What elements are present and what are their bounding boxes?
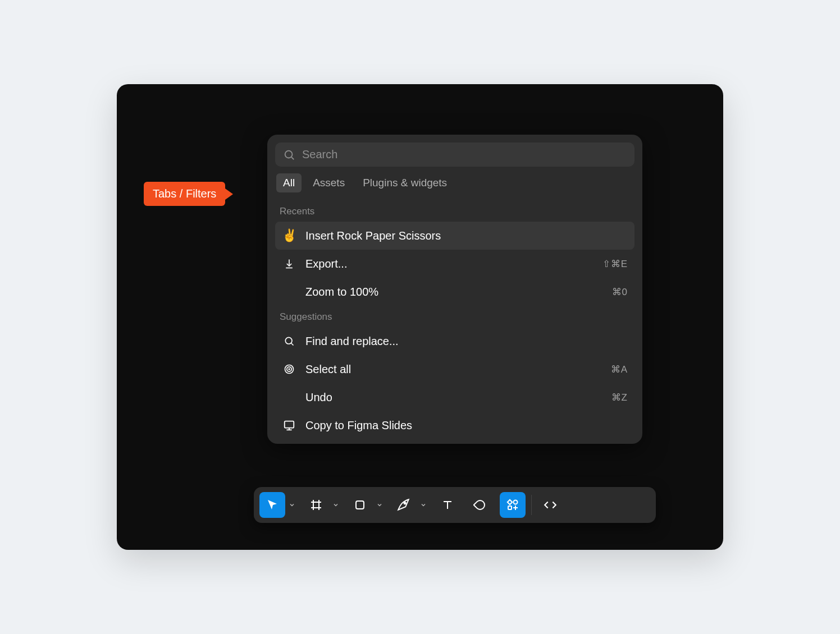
svg-rect-20 xyxy=(508,506,512,509)
victory-emoji: ✌️ xyxy=(282,228,296,243)
target-icon xyxy=(282,362,296,376)
svg-rect-7 xyxy=(285,421,294,428)
search-input[interactable] xyxy=(302,148,627,161)
svg-rect-18 xyxy=(508,500,512,504)
callout-tabs-filters: Tabs / Filters xyxy=(144,182,225,206)
search-row[interactable] xyxy=(275,143,634,167)
chevron-down-icon xyxy=(421,502,426,508)
move-tool-caret[interactable] xyxy=(287,492,296,518)
pen-tool-caret[interactable] xyxy=(419,492,428,518)
recent-item-rock-paper-scissors[interactable]: ✌️ Insert Rock Paper Scissors xyxy=(275,222,634,250)
svg-point-15 xyxy=(404,502,406,504)
item-label: Copy to Figma Slides xyxy=(305,419,619,432)
item-shortcut: ⌘Z xyxy=(611,392,628,403)
actions-tool[interactable] xyxy=(500,492,526,518)
item-label: Find and replace... xyxy=(305,335,619,348)
export-icon xyxy=(282,256,296,271)
suggestion-item-find-replace[interactable]: Find and replace... xyxy=(275,327,634,355)
item-label: Select all xyxy=(305,363,602,376)
callout-label: Tabs / Filters xyxy=(153,187,216,200)
move-tool[interactable] xyxy=(259,492,285,518)
slides-icon xyxy=(282,418,296,433)
recent-item-export[interactable]: Export... ⇧⌘E xyxy=(275,250,634,278)
section-title-suggestions: Suggestions xyxy=(275,306,634,327)
svg-line-1 xyxy=(291,157,294,159)
comment-tool[interactable] xyxy=(467,492,493,518)
section-title-recents: Recents xyxy=(275,200,634,222)
text-tool[interactable] xyxy=(435,492,460,518)
tabs-row: All Assets Plugins & widgets xyxy=(275,173,634,200)
chevron-down-icon xyxy=(333,502,339,508)
chevron-down-icon xyxy=(289,502,295,508)
suggestion-item-undo[interactable]: Undo ⌘Z xyxy=(275,383,634,411)
svg-line-3 xyxy=(291,343,294,346)
app-canvas: Tabs / Filters All Assets Plugins & widg… xyxy=(117,84,723,550)
chevron-down-icon xyxy=(377,502,382,508)
tab-all[interactable]: All xyxy=(276,173,302,192)
suggestion-item-select-all[interactable]: Select all ⌘A xyxy=(275,355,634,383)
svg-point-2 xyxy=(285,337,292,344)
empty-icon xyxy=(282,390,296,405)
svg-point-0 xyxy=(285,150,293,158)
search-icon xyxy=(282,334,296,348)
tab-assets[interactable]: Assets xyxy=(306,173,351,192)
svg-point-19 xyxy=(514,500,518,504)
svg-point-6 xyxy=(289,369,290,370)
item-shortcut: ⇧⌘E xyxy=(602,258,628,270)
recent-item-zoom[interactable]: Zoom to 100% ⌘0 xyxy=(275,278,634,306)
item-label: Zoom to 100% xyxy=(305,286,603,298)
toolbar-divider xyxy=(531,495,532,515)
tab-plugins-widgets[interactable]: Plugins & widgets xyxy=(356,173,454,192)
shape-tool[interactable] xyxy=(347,492,373,518)
frame-tool-caret[interactable] xyxy=(331,492,340,518)
svg-rect-14 xyxy=(356,501,364,509)
suggestion-item-copy-slides[interactable]: Copy to Figma Slides xyxy=(275,411,634,439)
actions-panel: All Assets Plugins & widgets Recents ✌️ … xyxy=(267,135,642,444)
item-shortcut: ⌘0 xyxy=(612,286,628,298)
item-label: Export... xyxy=(305,258,594,270)
item-shortcut: ⌘A xyxy=(611,364,628,375)
dev-mode-toggle[interactable] xyxy=(537,492,563,518)
toolbar xyxy=(254,487,656,523)
search-icon xyxy=(283,149,295,161)
empty-icon xyxy=(282,284,296,299)
pen-tool[interactable] xyxy=(391,492,417,518)
shape-tool-caret[interactable] xyxy=(375,492,384,518)
item-label: Insert Rock Paper Scissors xyxy=(305,229,619,242)
frame-tool[interactable] xyxy=(303,492,329,518)
item-label: Undo xyxy=(305,391,602,404)
